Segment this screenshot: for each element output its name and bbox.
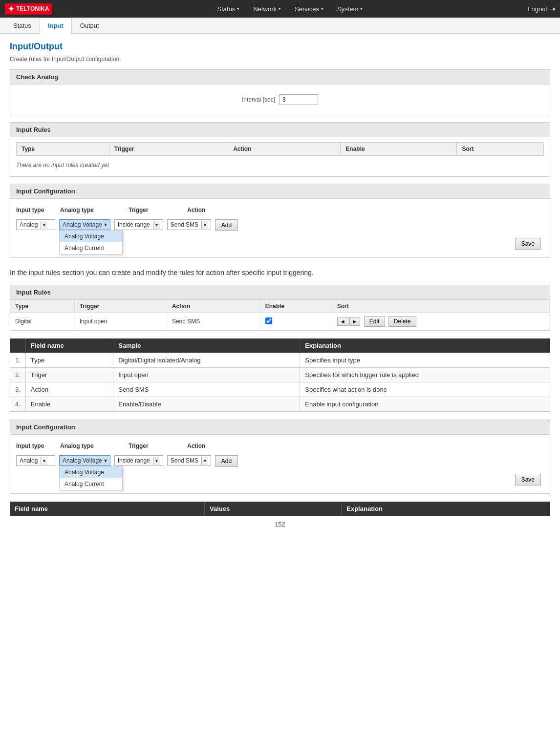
input-type-arrow-icon-2[interactable]: ▾ [41,457,47,465]
description-text: In the input rules section you can creat… [10,268,550,278]
col2-action-label: Action [187,443,544,449]
action-arrow-icon-top[interactable]: ▾ [201,221,208,229]
row-enable [260,313,332,330]
services-arrow-icon: ▾ [321,6,323,11]
delete-button[interactable]: Delete [388,316,416,327]
analog-dropdown-arrow-icon-2[interactable]: ▾ [104,457,107,464]
tab-status[interactable]: Status [5,18,40,34]
info-field-2: Triger [25,368,113,382]
add-button-2[interactable]: Add [215,455,238,467]
col2-enable: Enable [260,300,332,313]
info-field-1: Type [25,353,113,368]
tab-input[interactable]: Input [40,18,72,34]
action-select-2[interactable]: Send SMS ▾ [167,455,211,466]
col2-sort: Sort [332,300,549,313]
row-action: Send SMS [167,313,260,330]
input-config-top-section: Input Configuration Input type Analog ty… [10,184,550,258]
analog-dropdown-menu-2: Analog Voltage Analog Current [59,466,123,490]
bottom-col-fieldname: Field name [10,502,204,516]
tab-output[interactable]: Output [72,18,108,34]
analog-dropdown-arrow-icon[interactable]: ▾ [104,221,107,228]
analog-type-selected-2[interactable]: Analog Voltage ▾ [59,455,110,466]
logout-icon: ⇥ [549,5,555,13]
info-explanation-4: Enable input configuration [300,397,550,412]
analog-option-current-2[interactable]: Analog Current [60,478,122,490]
row-sort: ◄ ► Edit Delete [332,313,549,330]
trigger-select-top[interactable]: Inside range ▾ [114,219,163,230]
nav-services[interactable]: Services ▾ [288,1,330,17]
analog-type-dropdown-top[interactable]: Analog Voltage ▾ Analog Voltage Analog C… [59,219,110,230]
info-col-sample: Sample [113,338,300,353]
logo-text: TELTONIKA [16,5,49,12]
col-enable: Enable [341,143,457,156]
nav-network[interactable]: Network ▾ [246,1,288,17]
info-num-2: 2. [10,368,26,382]
col-sort: Sort [457,143,544,156]
edit-button[interactable]: Edit [364,316,385,327]
info-field-3: Action [25,382,113,397]
input-type-arrow-icon[interactable]: ▾ [41,221,47,229]
interval-row: Interval [sec] [16,89,544,110]
action-value-top: Send SMS [168,220,201,230]
action-arrow-icon-2[interactable]: ▾ [201,457,208,465]
col-action-label: Action [187,207,544,213]
bottom-col-explanation: Explanation [342,502,550,516]
info-col-explanation: Explanation [300,338,550,353]
nav-menu: Status ▾ Network ▾ Services ▾ System ▾ [211,1,370,17]
analog-type-dropdown-2[interactable]: Analog Voltage ▾ Analog Voltage Analog C… [59,455,110,466]
nav-system[interactable]: System ▾ [330,1,369,17]
trigger-value-2: Inside range [115,456,153,465]
info-num-1: 1. [10,353,26,368]
info-explanation-3: Specifies what action is done [300,382,550,397]
trigger-arrow-icon-2[interactable]: ▾ [153,457,160,465]
col-input-type-label: Input type [16,207,60,213]
info-sample-4: Enable/Disable [113,397,300,412]
analog-option-voltage-top[interactable]: Analog Voltage [60,231,122,242]
info-row-4: 4. Enable Enable/Disable Enable input co… [10,397,550,412]
check-analog-header: Check Analog [10,70,550,84]
analog-dropdown-menu-top: Analog Voltage Analog Current [59,230,123,254]
input-config-row-second: Analog ▾ Analog Voltage ▾ Analog Voltage… [16,451,544,471]
config-col-headers: Input type Analog type Trigger Action [16,204,544,215]
sort-down-button[interactable]: ► [349,317,361,326]
logo-box: ✦ TELTONIKA [5,3,52,15]
input-config-second-header: Input Configuration [10,420,550,435]
analog-option-voltage-2[interactable]: Analog Voltage [60,466,122,478]
logout-button[interactable]: Logout ⇥ [528,5,555,13]
input-rules-top-header: Input Rules [10,123,550,137]
logo-icon: ✦ [8,4,14,14]
info-col-fieldname: Field name [25,338,113,353]
trigger-select-2[interactable]: Inside range ▾ [114,455,163,466]
input-type-select[interactable]: Analog ▾ [16,219,55,230]
page-number: 152 [10,516,550,533]
sort-up-button[interactable]: ◄ [337,317,348,326]
system-arrow-icon: ▾ [360,6,363,11]
input-config-row-top: Analog ▾ Analog Voltage ▾ Analog Voltage… [16,215,544,235]
page-description: Create rules for Input/Output configurat… [10,56,550,63]
save-button-top[interactable]: Save [515,238,541,250]
nav-status[interactable]: Status ▾ [211,1,247,17]
analog-option-current-top[interactable]: Analog Current [60,242,122,254]
info-num-3: 3. [10,382,26,397]
info-explanation-2: Specifies for which trigger rule is appl… [300,368,550,382]
analog-type-selected-top[interactable]: Analog Voltage ▾ [59,219,110,230]
enable-checkbox[interactable] [265,317,272,324]
check-analog-section: Check Analog Interval [sec] [10,69,550,115]
interval-input[interactable] [279,94,318,105]
trigger-value-top: Inside range [115,220,153,230]
info-sample-1: Digital/Digital isolated/Analog [113,353,300,368]
bottom-table: Field name Values Explanation [10,502,550,516]
check-analog-body: Interval [sec] [10,84,550,115]
save-button-2[interactable]: Save [515,474,541,486]
tab-bar: Status Input Output [0,18,560,34]
action-select-top[interactable]: Send SMS ▾ [167,219,211,230]
input-type-select-2[interactable]: Analog ▾ [16,455,55,466]
add-button-top[interactable]: Add [215,219,238,231]
info-row-2: 2. Triger Input open Specifies for which… [10,368,550,382]
main-content: Input/Output Create rules for Input/Outp… [0,34,560,541]
action-value-2: Send SMS [168,456,201,465]
input-rules-second-section: Input Rules Type Trigger Action Enable S… [10,285,550,331]
info-num-4: 4. [10,397,26,412]
trigger-arrow-icon-top[interactable]: ▾ [153,221,160,229]
col-trigger-label: Trigger [129,207,187,213]
